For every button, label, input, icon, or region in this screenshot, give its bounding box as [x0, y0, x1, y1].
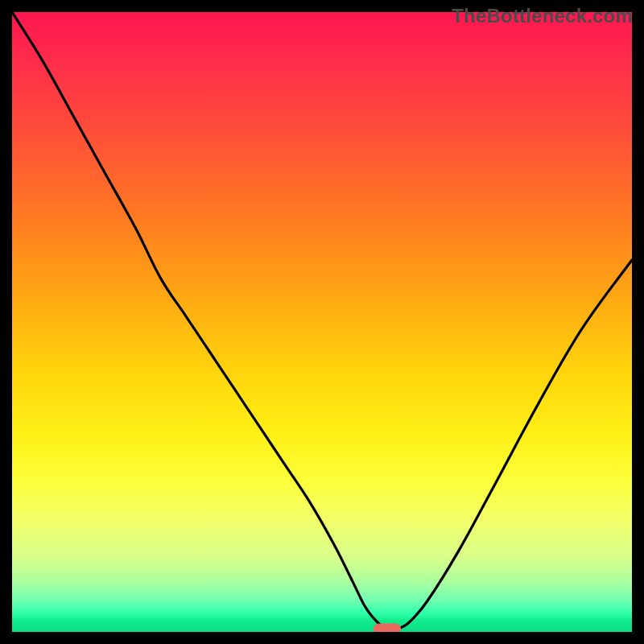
plot-area	[12, 12, 632, 632]
curve-path	[12, 12, 632, 630]
chart-frame: TheBottleneck.com	[0, 0, 644, 644]
bottleneck-curve	[12, 12, 632, 632]
watermark-text: TheBottleneck.com	[452, 5, 633, 27]
valley-marker	[374, 624, 401, 632]
